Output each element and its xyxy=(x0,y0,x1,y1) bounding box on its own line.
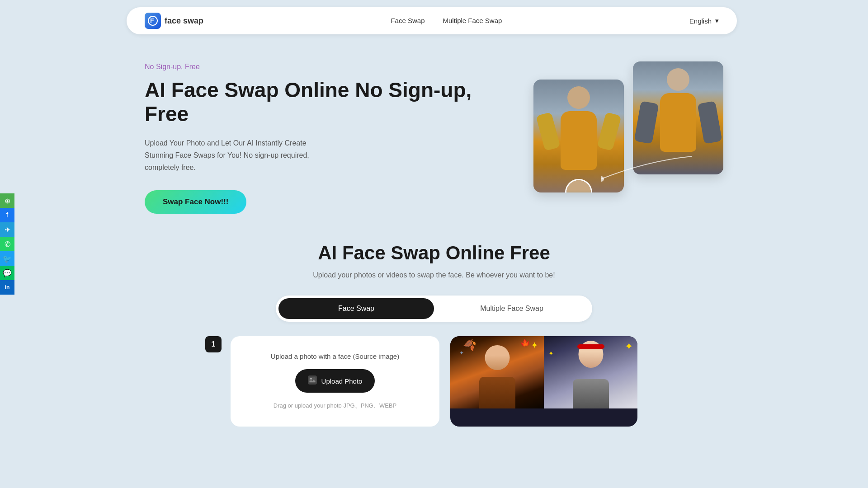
hero-description: Upload Your Photo and Let Our AI Instant… xyxy=(145,137,335,174)
language-label: English xyxy=(689,17,712,25)
nav-multiple-face-swap[interactable]: Multiple Face Swap xyxy=(443,17,502,24)
leaf-decoration-2: 🍁 xyxy=(519,338,531,349)
section-title: AI Face Swap Online Free xyxy=(131,242,737,264)
hero-image-area: 〜╮ xyxy=(533,61,723,215)
result-image-1: ✦ ✦ 🍂 🍁 xyxy=(450,336,544,408)
nav-links: Face Swap Multiple Face Swap xyxy=(391,17,502,25)
social-facebook-icon[interactable]: f xyxy=(0,208,14,222)
svg-rect-4 xyxy=(309,377,316,383)
sparkle-icon-2: ✦ xyxy=(459,350,464,356)
svg-text:F: F xyxy=(150,17,154,24)
step-badge: 1 xyxy=(205,336,222,352)
gold-sparkle-icon: ✦ xyxy=(625,341,633,352)
svg-point-5 xyxy=(310,378,312,380)
swap-area: 1 Upload a photo with a face (Source ima… xyxy=(231,336,637,427)
social-sidebar: ⊕ f ✈ ✆ 🐦 💬 in xyxy=(0,193,14,295)
main-section: AI Face Swap Online Free Upload your pho… xyxy=(0,233,868,436)
language-chevron-icon: ▾ xyxy=(715,17,719,25)
swap-face-now-button[interactable]: Swap Face Now!!! xyxy=(145,190,246,214)
upload-panel: Upload a photo with a face (Source image… xyxy=(231,336,439,427)
upload-photo-button[interactable]: Upload Photo xyxy=(295,369,375,393)
navbar: F face swap Face Swap Multiple Face Swap… xyxy=(127,7,737,34)
nav-face-swap[interactable]: Face Swap xyxy=(391,17,425,24)
result-image-grid: ✦ ✦ 🍂 🍁 ✦ ✦ xyxy=(450,336,637,427)
hero-content: No Sign-up, Free AI Face Swap Online No … xyxy=(145,63,515,213)
social-linkedin-icon[interactable]: in xyxy=(0,280,14,295)
social-twitter-icon[interactable]: 🐦 xyxy=(0,251,14,266)
language-selector[interactable]: English ▾ xyxy=(689,17,719,25)
small-sparkle-icon: ✦ xyxy=(548,350,554,357)
upload-label: Upload a photo with a face (Source image… xyxy=(271,352,399,360)
upload-button-label: Upload Photo xyxy=(321,377,363,385)
tab-multiple-face-swap[interactable]: Multiple Face Swap xyxy=(434,298,590,319)
connector-arrow xyxy=(601,152,714,188)
svg-point-2 xyxy=(601,176,604,182)
social-telegram-icon[interactable]: ✈ xyxy=(0,222,14,237)
logo[interactable]: F face swap xyxy=(145,13,203,29)
social-share-icon[interactable]: ⊕ xyxy=(0,193,14,208)
tab-face-swap[interactable]: Face Swap xyxy=(278,298,434,319)
hero-title: AI Face Swap Online No Sign-up, Free xyxy=(145,78,515,126)
hero-tag: No Sign-up, Free xyxy=(145,63,515,71)
sparkle-icon-1: ✦ xyxy=(531,340,538,351)
hero-section: No Sign-up, Free AI Face Swap Online No … xyxy=(0,34,868,233)
logo-icon: F xyxy=(145,13,161,29)
result-image-2: ✦ ✦ xyxy=(544,336,637,408)
tabs-container: Face Swap Multiple Face Swap xyxy=(276,296,592,322)
leaf-decoration: 🍂 xyxy=(462,337,477,352)
upload-hint: Drag or upload your photo JPG、PNG、WEBP xyxy=(274,402,396,410)
result-panel: ✦ ✦ 🍂 🍁 ✦ ✦ xyxy=(450,336,637,427)
section-description: Upload your photos or videos to swap the… xyxy=(131,271,737,279)
logo-text: face swap xyxy=(165,16,203,26)
upload-icon xyxy=(308,375,317,386)
social-wechat-icon[interactable]: 💬 xyxy=(0,266,14,280)
social-whatsapp-icon[interactable]: ✆ xyxy=(0,237,14,251)
